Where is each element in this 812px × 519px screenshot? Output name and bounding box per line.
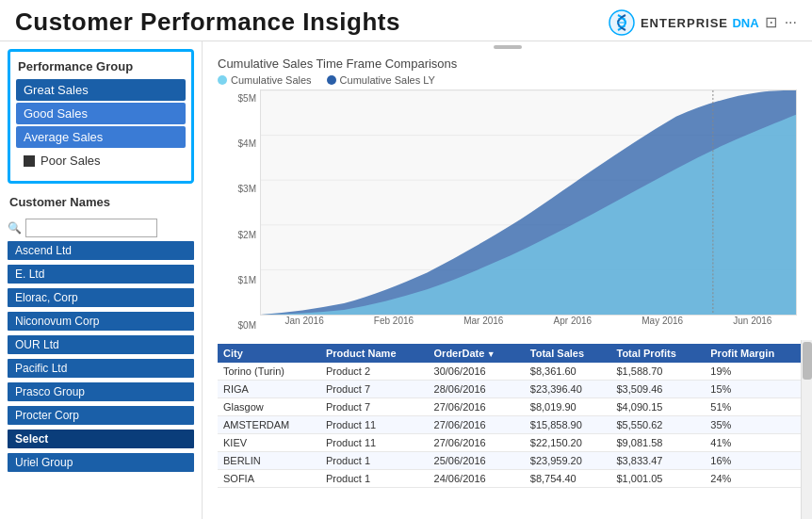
- y-label-5m: $5M: [218, 93, 260, 104]
- table-row[interactable]: BERLINProduct 125/06/2016$23,959.20$3,83…: [218, 452, 804, 470]
- table-row[interactable]: AMSTERDAMProduct 1127/06/2016$15,858.90$…: [218, 416, 804, 434]
- performance-group-label: Performance Group: [16, 59, 186, 73]
- table-row[interactable]: GlasgowProduct 727/06/2016$8,019.90$4,09…: [218, 398, 804, 416]
- chart-plot: [260, 89, 797, 316]
- search-row: 🔍: [8, 219, 194, 237]
- page-wrapper: Customer Performance Insights ENTERPRISE…: [0, 0, 812, 519]
- x-label-feb: Feb 2016: [374, 316, 414, 334]
- table-section: City Product Name OrderDate Total Sales …: [203, 340, 812, 519]
- perf-item-good-sales[interactable]: Good Sales: [16, 103, 186, 124]
- drag-handle[interactable]: [494, 45, 522, 49]
- top-bar: [203, 41, 812, 51]
- customer-item-e-ltd[interactable]: E. Ltd: [8, 265, 194, 284]
- chart-svg: [261, 90, 796, 315]
- x-label-jun: Jun 2016: [733, 316, 771, 334]
- chart-container: $5M $4M $3M $2M $1M $0M: [218, 89, 797, 334]
- table-header-row: City Product Name OrderDate Total Sales …: [218, 344, 804, 363]
- customer-item-pacific[interactable]: Pacific Ltd: [8, 359, 194, 378]
- chart-section: Cumulative Sales Time Frame Comparisons …: [203, 51, 812, 340]
- y-label-4m: $4M: [218, 138, 260, 149]
- logo-accent: DNA: [732, 16, 758, 30]
- page-title: Customer Performance Insights: [15, 8, 400, 37]
- customer-item-our-ltd[interactable]: OUR Ltd: [8, 335, 194, 354]
- customer-names-box: Customer Names 🔍 Ascend Ltd E. Ltd Elora…: [8, 195, 194, 473]
- performance-group-box: Performance Group Great Sales Good Sales…: [8, 49, 194, 184]
- search-icon: 🔍: [8, 221, 22, 235]
- logo-brand: ENTERPRISE: [641, 16, 728, 30]
- col-profitmargin[interactable]: Profit Margin: [705, 344, 804, 363]
- legend-row: Cumulative Sales Cumulative Sales LY: [218, 74, 797, 86]
- legend-label-ly: Cumulative Sales LY: [340, 74, 435, 86]
- customer-item-elorac[interactable]: Elorac, Corp: [8, 288, 194, 307]
- perf-item-average-sales[interactable]: Average Sales: [16, 126, 186, 148]
- perf-item-poor-sales[interactable]: Poor Sales: [16, 150, 186, 171]
- scrollbar-right[interactable]: [801, 340, 812, 519]
- y-label-0m: $0M: [218, 320, 260, 331]
- y-label-2m: $2M: [218, 230, 260, 240]
- header-icons: ⊡ ···: [765, 13, 797, 31]
- customer-item-procter[interactable]: Procter Corp: [8, 406, 194, 425]
- poor-checkbox-icon: [24, 155, 35, 167]
- legend-cumulative-ly: Cumulative Sales LY: [327, 74, 435, 86]
- data-table: City Product Name OrderDate Total Sales …: [218, 344, 804, 488]
- customer-names-label: Customer Names: [8, 195, 194, 209]
- scrollbar-thumb[interactable]: [803, 342, 812, 380]
- legend-dot-sales: [218, 75, 227, 85]
- expand-icon[interactable]: ⊡: [765, 13, 777, 31]
- customer-item-select[interactable]: Select: [8, 430, 194, 448]
- x-label-jan: Jan 2016: [285, 316, 324, 334]
- col-orderdate[interactable]: OrderDate: [429, 344, 525, 363]
- content-area: Performance Group Great Sales Good Sales…: [0, 41, 812, 519]
- col-city[interactable]: City: [218, 344, 320, 363]
- y-axis: $5M $4M $3M $2M $1M $0M: [218, 89, 260, 334]
- table-row[interactable]: Torino (Turin)Product 230/06/2016$8,361.…: [218, 363, 804, 381]
- table-row[interactable]: RIGAProduct 728/06/2016$23,396.40$3,509.…: [218, 381, 804, 398]
- x-label-may: May 2016: [641, 316, 683, 334]
- y-label-3m: $3M: [218, 184, 260, 194]
- x-label-mar: Mar 2016: [463, 316, 503, 334]
- header-logo: ENTERPRISE DNA ⊡ ···: [609, 9, 797, 36]
- customer-item-uriel[interactable]: Uriel Group: [8, 453, 194, 472]
- main-content: Cumulative Sales Time Frame Comparisons …: [203, 41, 812, 519]
- col-totalprofit[interactable]: Total Profits: [611, 344, 706, 363]
- legend-label-sales: Cumulative Sales: [231, 74, 312, 86]
- perf-item-great-sales[interactable]: Great Sales: [16, 79, 186, 101]
- x-label-apr: Apr 2016: [554, 316, 593, 334]
- header: Customer Performance Insights ENTERPRISE…: [0, 0, 812, 41]
- logo-text-group: ENTERPRISE DNA: [641, 14, 759, 31]
- customer-item-ascend[interactable]: Ascend Ltd: [8, 241, 194, 260]
- col-product[interactable]: Product Name: [320, 344, 429, 363]
- customer-item-niconovum[interactable]: Niconovum Corp: [8, 312, 194, 331]
- table-row[interactable]: KIEVProduct 1127/06/2016$22,150.20$9,081…: [218, 434, 804, 452]
- col-totalsales[interactable]: Total Sales: [525, 344, 611, 363]
- y-label-1m: $1M: [218, 275, 260, 285]
- dna-icon: [609, 9, 635, 36]
- table-row[interactable]: SOFIAProduct 124/06/2016$8,754.40$1,001.…: [218, 470, 804, 488]
- search-input[interactable]: [25, 219, 157, 237]
- legend-cumulative-sales: Cumulative Sales: [218, 74, 312, 86]
- x-axis: Jan 2016 Feb 2016 Mar 2016 Apr 2016 May …: [260, 316, 797, 334]
- chart-title: Cumulative Sales Time Frame Comparisons: [218, 57, 797, 71]
- legend-dot-ly: [327, 75, 336, 85]
- more-icon[interactable]: ···: [785, 14, 797, 31]
- sidebar: Performance Group Great Sales Good Sales…: [0, 41, 203, 519]
- customer-item-prasco[interactable]: Prasco Group: [8, 382, 194, 401]
